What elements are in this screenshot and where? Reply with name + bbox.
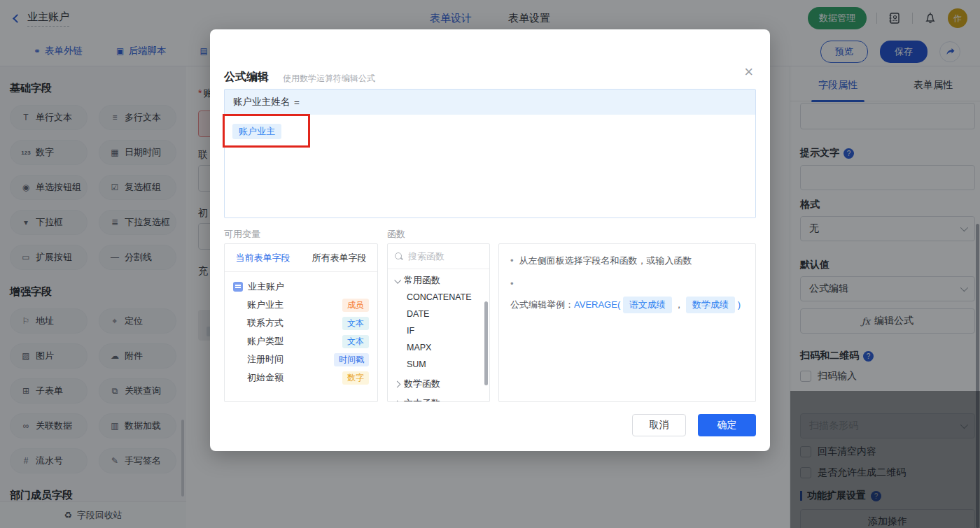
bullet: •	[510, 254, 514, 268]
formula-target-bar: 账户业主姓名 =	[225, 90, 755, 115]
type-badge-number: 数字	[342, 371, 369, 385]
modal-subtitle: 使用数学运算符编辑公式	[283, 73, 375, 85]
function-group-text[interactable]: 文本函数	[388, 395, 489, 402]
example-close-paren: )	[738, 299, 741, 310]
function-group-math[interactable]: 数学函数	[388, 376, 489, 392]
formula-editor-box: 账户业主姓名 = 账户业主	[224, 89, 756, 218]
confirm-button[interactable]: 确定	[698, 414, 756, 436]
function-item[interactable]: SUM	[388, 356, 489, 373]
variable-row[interactable]: 账户业主成员	[225, 296, 377, 314]
functions-panel: 常用函数 CONCATENATE DATE IF MAPX SUM 数学函数 文…	[387, 243, 490, 402]
variable-row[interactable]: 联系方式文本	[225, 314, 377, 332]
function-search-input[interactable]	[408, 251, 478, 262]
formula-field-chip[interactable]: 账户业主	[232, 124, 281, 139]
bullet: •	[510, 277, 514, 291]
function-item[interactable]: IF	[388, 322, 489, 339]
equals-sign: =	[294, 97, 300, 108]
close-icon[interactable]: ×	[744, 64, 753, 80]
function-item[interactable]: CONCATENATE	[388, 289, 489, 306]
modal-title: 公式编辑	[224, 70, 269, 85]
type-badge-timestamp: 时间戳	[334, 353, 369, 366]
example-chip-1: 语文成绩	[623, 297, 672, 313]
type-badge-member: 成员	[342, 299, 369, 312]
variables-root-node[interactable]: 业主账户	[233, 280, 377, 293]
variables-label: 可用变量	[224, 228, 260, 241]
form-doc-icon	[233, 282, 243, 292]
variable-row[interactable]: 账户类型文本	[225, 332, 377, 350]
tab-current-form-fields[interactable]: 当前表单字段	[225, 244, 301, 271]
caret-right-icon	[394, 380, 401, 387]
function-group-common[interactable]: 常用函数	[388, 272, 489, 289]
function-item[interactable]: DATE	[388, 306, 489, 322]
example-chip-2: 数学成绩	[686, 297, 735, 313]
formula-target-name: 账户业主姓名	[233, 96, 290, 108]
example-function-name: AVERAGE(	[574, 299, 620, 310]
function-item[interactable]: MAPX	[388, 339, 489, 356]
function-search[interactable]	[388, 244, 489, 269]
tab-all-form-fields[interactable]: 所有表单字段	[301, 244, 377, 271]
formula-editor-modal: 公式编辑 使用数学运算符编辑公式 × 账户业主姓名 = 账户业主 可用变量 函数…	[210, 29, 770, 451]
functions-scrollbar[interactable]	[484, 301, 488, 385]
type-badge-text: 文本	[342, 335, 369, 348]
functions-label: 函数	[387, 228, 405, 241]
search-icon	[395, 252, 403, 261]
caret-down-icon	[394, 276, 401, 283]
variable-row[interactable]: 初始金额数字	[225, 369, 377, 387]
type-badge-text: 文本	[342, 317, 369, 330]
help-line-1: 从左侧面板选择字段名和函数，或输入函数	[519, 254, 692, 268]
help-line-2: 公式编辑举例：AVERAGE( 语文成绩 ， 数学成绩 )	[510, 297, 741, 313]
variables-panel: 当前表单字段 所有表单字段 业主账户 账户业主成员 联系方式文本 账户类型文本 …	[224, 243, 378, 402]
help-panel: •从左侧面板选择字段名和函数，或输入函数 • 公式编辑举例：AVERAGE( 语…	[498, 243, 756, 402]
caret-right-icon	[394, 400, 401, 402]
variable-row[interactable]: 注册时间时间戳	[225, 350, 377, 369]
cancel-button[interactable]: 取消	[632, 414, 686, 436]
